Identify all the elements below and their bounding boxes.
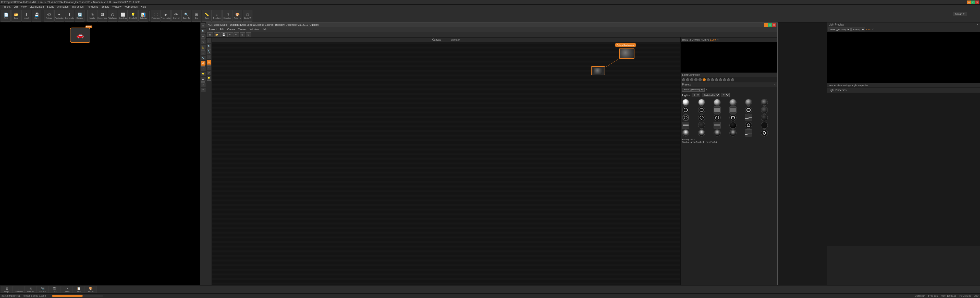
toolbar-sceneplates[interactable]: 🖼Sceneplates — [97, 10, 107, 22]
sign-in-button[interactable]: Sign in ▼ — [953, 12, 967, 16]
studio-lights-dropdown[interactable]: StudioLights — [702, 93, 720, 97]
sidebar-rotate-icon[interactable]: ⟲ — [201, 40, 205, 44]
presets-close[interactable]: ✕ — [774, 83, 776, 86]
color-bar-close[interactable]: ✕ — [717, 38, 719, 41]
dot-7[interactable] — [707, 78, 710, 81]
light-thumb-7[interactable] — [682, 106, 689, 114]
hdr-menu-window[interactable]: Window — [248, 28, 260, 31]
light-thumb-23[interactable] — [745, 122, 752, 129]
dot-4[interactable] — [694, 78, 697, 81]
toolbar-transform[interactable]: ↕Transform — [212, 10, 222, 22]
toolbar-wireframe[interactable]: ⬡Wireframe — [108, 10, 118, 22]
menu-interaction[interactable]: Interaction — [70, 5, 85, 9]
sidebar-select-icon[interactable]: ⬚ — [201, 50, 205, 55]
canvas-node-box[interactable] — [591, 67, 605, 75]
hdr-tool-3[interactable]: 💾 — [221, 32, 227, 37]
light-thumb-29[interactable] — [745, 129, 752, 136]
light-thumb-17[interactable] — [745, 114, 752, 121]
light-thumb-1[interactable] — [682, 99, 689, 106]
toolbar-raytracing[interactable]: ✦Raytracing — [54, 10, 64, 22]
hdr-sidebar-4[interactable]: ⬚ — [207, 55, 211, 59]
sidebar-close2-icon[interactable]: ✕ — [201, 82, 205, 87]
dot-1[interactable] — [682, 78, 685, 81]
bottom-transform-btn[interactable]: ↕ Transform — [13, 286, 24, 293]
toolbar-save[interactable]: 💾Save — [32, 10, 41, 22]
hdr-tool-6[interactable]: ⊞ — [240, 32, 245, 37]
sidebar-measure-icon[interactable]: 📐 — [201, 45, 205, 49]
canvas-thumbnail[interactable] — [619, 49, 635, 59]
light-thumb-22[interactable] — [729, 122, 737, 129]
light-thumb-11[interactable] — [745, 106, 752, 114]
hdr-maximize-btn[interactable]: □ — [768, 23, 772, 27]
light-thumb-25[interactable] — [682, 129, 689, 136]
hdr-tool-5[interactable]: ↪ — [234, 32, 239, 37]
light-thumb-28[interactable] — [729, 129, 737, 136]
dot-8[interactable] — [711, 78, 714, 81]
dot-9[interactable] — [715, 78, 718, 81]
hdr-tool-7[interactable]: ⊟ — [246, 32, 251, 37]
light-thumb-27[interactable] — [714, 129, 721, 136]
light-thumb-20[interactable] — [698, 122, 705, 129]
toolbar-downscale[interactable]: ⬇Downscale — [65, 10, 74, 22]
menu-help[interactable]: Help — [139, 5, 148, 9]
sidebar-close-icon[interactable]: ✕ — [201, 67, 205, 71]
light-thumb-13[interactable] — [682, 114, 689, 121]
light-thumb-8[interactable] — [698, 106, 705, 114]
close-button[interactable]: ✕ — [975, 0, 979, 4]
toolbar-single-ui[interactable]: □Single UI — [243, 10, 252, 22]
hdr-menu-canvas[interactable]: Canvas — [236, 28, 248, 31]
hdr-tool-4[interactable]: ↩ — [228, 32, 233, 37]
hdr-sidebar-3[interactable]: 🔧 — [207, 49, 211, 54]
hdr-sidebar-2[interactable]: 🔍 — [207, 44, 211, 49]
bottom-visits-btn[interactable]: 📋 Visits — [73, 286, 84, 293]
toolbar-rengen[interactable]: 🔄Rengen — [75, 10, 84, 22]
light-thumb-21[interactable] — [714, 122, 721, 129]
hdr-menu-create[interactable]: Create — [226, 28, 236, 31]
light-controls-close[interactable]: ✕ — [698, 73, 700, 76]
toolbar-show-all[interactable]: 👁Show All — [171, 10, 181, 22]
bottom-render-btn[interactable]: 🎨 Render — [85, 286, 97, 293]
hdr-sidebar-6[interactable]: ✕ — [207, 65, 211, 70]
toolbar-import[interactable]: ⬇Import — [21, 10, 31, 22]
color-sel-close[interactable]: ✕ — [706, 88, 708, 91]
dot-6[interactable] — [703, 78, 706, 81]
toolbar-new[interactable]: 📄New — [1, 10, 11, 22]
bottom-cameras-btn[interactable]: 📷 Cameras — [37, 286, 48, 293]
light-thumb-24[interactable] — [761, 122, 768, 129]
lp-rgb-dropdown[interactable]: RGB(A) — [851, 27, 865, 32]
light-thumb-18[interactable] — [761, 114, 768, 121]
light-thumb-3[interactable] — [714, 99, 721, 106]
hdr-minimize-btn[interactable]: ─ — [764, 23, 768, 27]
bottom-clips-btn[interactable]: 🎬 Clips — [49, 286, 60, 293]
light-thumb-14[interactable] — [698, 114, 705, 121]
dot-5[interactable] — [698, 78, 702, 81]
toolbar-headlight[interactable]: 💡Headlight — [128, 10, 138, 22]
sidebar-play-icon[interactable]: ▶ — [201, 77, 205, 82]
maximize-button[interactable]: □ — [971, 0, 975, 4]
dot-3[interactable] — [690, 78, 694, 81]
menu-view[interactable]: View — [19, 5, 28, 9]
toolbar-texturing[interactable]: 🎨Texturing — [232, 10, 242, 22]
toolbar-artikles[interactable]: 🏷Artikles — [44, 10, 54, 22]
sidebar-mouse-icon[interactable]: 🖱 — [201, 24, 205, 28]
menu-webshops[interactable]: Web Shops — [123, 5, 139, 9]
hdr-sidebar-1[interactable]: ↕ — [207, 38, 211, 43]
menu-animation[interactable]: Animation — [56, 5, 70, 9]
light-thumb-4[interactable] — [729, 99, 737, 106]
toolbar-statistics[interactable]: 📊Statistics — [138, 10, 148, 22]
hdr-tool-2[interactable]: 📂 — [213, 32, 220, 37]
hdr-menu-help[interactable]: Help — [260, 28, 269, 31]
bottom-materials-btn[interactable]: ◎ Materials — [25, 286, 37, 293]
light-thumb-26[interactable] — [698, 129, 705, 136]
color-space-dropdown[interactable]: sRGB (igMonitor) — [682, 88, 705, 92]
sidebar-zoom-icon[interactable]: 🔍 — [201, 29, 205, 33]
light-thumb-16[interactable] — [729, 114, 737, 121]
hdr-sidebar-8[interactable]: 💡 — [207, 76, 211, 81]
light-thumb-6[interactable] — [761, 99, 768, 106]
light-thumb-15[interactable] — [714, 114, 721, 121]
minimize-button[interactable]: ─ — [967, 0, 971, 4]
dot-12[interactable] — [727, 78, 730, 81]
light-thumb-19[interactable] — [682, 122, 689, 129]
menu-visualization[interactable]: Visualization — [28, 5, 45, 9]
hdr-sidebar-7[interactable]: ↩ — [207, 71, 211, 75]
